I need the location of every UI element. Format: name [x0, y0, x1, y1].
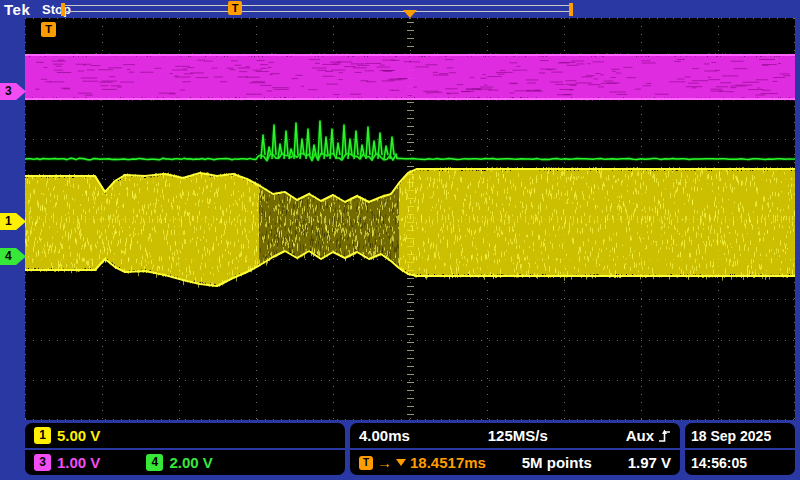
ch1-readout-row: 1 5.00 V	[25, 423, 345, 448]
channel-marker-4: 4	[0, 248, 26, 265]
expansion-point-icon	[403, 10, 417, 18]
trigger-slope-icon	[658, 428, 671, 443]
trigger-level-readout: 1.97 V	[628, 454, 671, 471]
date-row: 18 Sep 2025	[685, 423, 795, 448]
channel-marker-1: 1	[0, 213, 26, 230]
horizontal-trigger-readout-box: 4.00ms 125MS/s Aux T → 18.4517ms	[350, 423, 680, 475]
ch4-scale-readout: 2.00 V	[169, 454, 212, 471]
trigger-delay-flag: T	[359, 456, 373, 470]
trigger-delay-group: T → 18.4517ms	[359, 454, 486, 471]
oscilloscope-screen: Tek Stop T T 3 1 4 1 5.00 V 3 1.00 V 4 2…	[0, 0, 800, 480]
waveform-canvas	[25, 18, 795, 420]
date-readout: 18 Sep 2025	[691, 428, 771, 444]
trigger-record-position-flag: T	[228, 1, 242, 15]
tek-logo: Tek	[4, 1, 30, 18]
trigger-flag: T	[41, 22, 56, 37]
record-window-left-bracket	[61, 3, 65, 16]
record-length-readout: 5M points	[522, 454, 592, 471]
ch3-badge: 3	[34, 454, 51, 471]
ch3-ch4-readout-row: 3 1.00 V 4 2.00 V	[25, 450, 345, 475]
ch1-scale-readout: 5.00 V	[57, 427, 100, 444]
sample-rate-readout: 125MS/s	[488, 427, 548, 444]
delay-marker-icon	[396, 459, 406, 466]
delay-arrow-icon: →	[377, 454, 392, 471]
time-row: 14:56:05	[685, 450, 795, 475]
datetime-box: 18 Sep 2025 14:56:05	[685, 423, 795, 475]
trigger-source-readout: Aux	[626, 427, 654, 444]
record-view-bar	[62, 5, 572, 12]
trigger-readout-row: T → 18.4517ms 5M points 1.97 V	[350, 450, 680, 475]
timebase-readout: 4.00ms	[359, 427, 410, 444]
time-readout: 14:56:05	[691, 455, 747, 471]
ch4-badge: 4	[146, 454, 163, 471]
readout-bar: 1 5.00 V 3 1.00 V 4 2.00 V 4.00ms 125MS/…	[0, 420, 800, 480]
ch1-badge: 1	[34, 427, 51, 444]
channel-marker-3: 3	[0, 83, 26, 100]
channel-scale-readout-box: 1 5.00 V 3 1.00 V 4 2.00 V	[25, 423, 345, 475]
ch3-scale-readout: 1.00 V	[57, 454, 100, 471]
trigger-delay-readout: 18.4517ms	[410, 454, 486, 471]
graticule: T	[25, 18, 795, 420]
record-window-right-bracket	[569, 3, 573, 16]
horizontal-readout-row: 4.00ms 125MS/s Aux	[350, 423, 680, 448]
trigger-source-group: Aux	[626, 427, 671, 444]
